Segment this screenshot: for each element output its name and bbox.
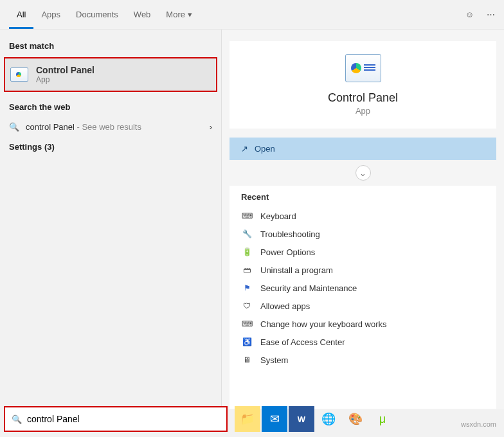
recent-label: Uninstall a program [260,265,333,275]
recent-label: Troubleshooting [260,229,320,239]
open-label: Open [255,144,275,154]
search-icon: 🔍 [9,122,19,132]
mail-icon[interactable]: ✉ [262,406,287,432]
recent-system[interactable]: 🖥System [241,351,485,369]
chrome-icon[interactable]: 🌐 [316,406,341,432]
recent-keyboard[interactable]: ⌨Keyboard [241,207,485,225]
control-panel-icon [10,67,28,82]
power-icon: 🔋 [241,247,253,257]
search-icon: 🔍 [12,415,22,424]
recent-header: Recent [241,192,485,202]
recent-label: Allowed apps [260,301,310,311]
uninstall-icon: 🗃 [241,265,253,275]
more-icon[interactable]: ⋯ [487,10,495,19]
word-icon[interactable]: W [289,406,314,432]
results-pane: Best match Control Panel App Search the … [0,30,222,409]
feedback-icon[interactable]: ☺ [465,10,474,19]
tab-apps[interactable]: Apps [33,1,68,29]
preview-card: Control Panel App [230,41,496,129]
recent-keyboard-change[interactable]: ⌨Change how your keyboard works [241,315,485,333]
recent-allowed[interactable]: 🛡Allowed apps [241,297,485,315]
keyboard-icon: ⌨ [241,211,253,221]
result-sub: App [36,75,94,84]
shield-icon: 🛡 [241,301,253,311]
ease-icon: ♿ [241,337,253,347]
chevron-right-icon: › [210,122,212,132]
flag-icon: ⚑ [241,283,253,293]
recent-uninstall[interactable]: 🗃Uninstall a program [241,261,485,279]
tab-all[interactable]: All [9,1,33,29]
recent-power[interactable]: 🔋Power Options [241,243,485,261]
tab-bar: All Apps Documents Web More ▾ ☺ ⋯ [0,0,504,30]
tab-web[interactable]: Web [126,1,159,29]
search-input[interactable] [27,414,220,424]
web-query: control Panel [26,122,75,132]
main: Best match Control Panel App Search the … [0,30,504,409]
watermark: wsxdn.com [461,420,496,428]
preview-pane: Control Panel App ↗ Open ⌄ Recent ⌨Keybo… [222,30,504,409]
file-explorer-icon[interactable]: 📁 [235,406,260,432]
chevron-down-icon[interactable]: ⌄ [356,165,371,181]
web-hint: - See web results [75,122,141,132]
search-web-header: Search the web [0,98,221,116]
result-title: Control Panel [36,65,94,75]
troubleshoot-icon: 🔧 [241,229,253,239]
best-match-header: Best match [0,37,221,55]
paint-icon[interactable]: 🎨 [343,406,368,432]
system-icon: 🖥 [241,355,253,365]
recent-label: Change how your keyboard works [260,319,387,329]
recent-ease[interactable]: ♿Ease of Access Center [241,333,485,351]
recent-label: Security and Maintenance [260,283,357,293]
recent-section: Recent ⌨Keyboard 🔧Troubleshooting 🔋Power… [230,186,496,409]
web-result[interactable]: 🔍 control Panel - See web results › [0,116,221,138]
open-button[interactable]: ↗ Open [230,138,496,160]
tab-documents[interactable]: Documents [68,1,126,29]
recent-label: Power Options [260,247,315,257]
best-match-item[interactable]: Control Panel App [4,57,217,92]
recent-label: System [260,355,288,365]
preview-title: Control Panel [242,91,483,105]
open-icon: ↗ [241,144,248,154]
utorrent-icon[interactable]: μ [370,406,395,432]
recent-security[interactable]: ⚑Security and Maintenance [241,279,485,297]
tab-more[interactable]: More ▾ [158,1,199,29]
preview-sub: App [242,106,483,116]
keyboard-icon: ⌨ [241,319,253,329]
settings-header[interactable]: Settings (3) [0,138,221,156]
recent-troubleshooting[interactable]: 🔧Troubleshooting [241,225,485,243]
control-panel-large-icon [345,54,381,82]
taskbar: 📁 ✉ W 🌐 🎨 μ [235,406,498,432]
recent-label: Keyboard [260,211,296,221]
recent-label: Ease of Access Center [260,337,345,347]
search-box[interactable]: 🔍 [4,406,228,432]
